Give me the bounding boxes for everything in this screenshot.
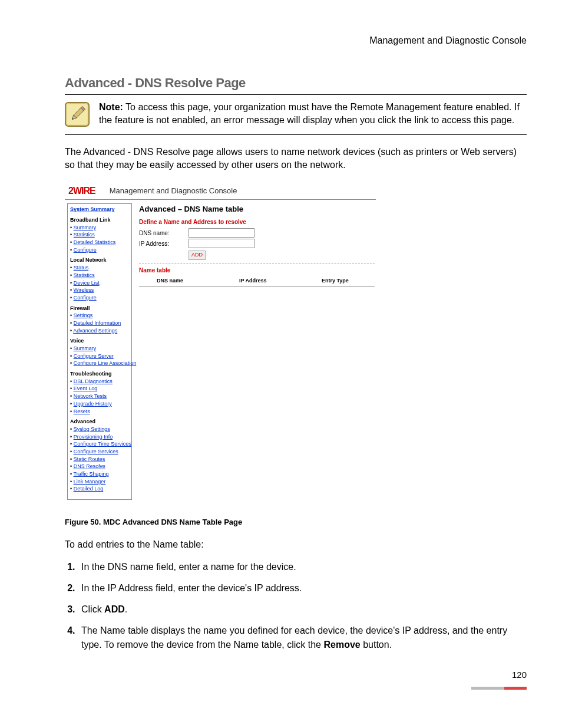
name-table-title: Name table [139, 266, 375, 274]
rule-top [65, 94, 527, 95]
sidebar-item[interactable]: • Wireless [70, 287, 129, 294]
sidebar-item[interactable]: • Advanced Settings [70, 328, 129, 335]
footer-bar-red [504, 687, 527, 690]
logo: 2WIRE [68, 185, 95, 197]
step-item: The Name table displays the name you def… [78, 624, 527, 652]
intro-text: The Advanced - DNS Resolve page allows u… [65, 146, 527, 172]
col-dns-name: DNS name [139, 278, 239, 285]
note-text: Note: To access this page, your organiza… [99, 101, 527, 127]
step-item: In the IP Address field, enter the devic… [78, 581, 527, 595]
console-title: Management and Diagnostic Console [110, 186, 237, 196]
dns-name-input[interactable] [189, 228, 254, 238]
console-top-bar: 2WIRE Management and Diagnostic Console [65, 183, 376, 200]
page-number: 120 [65, 670, 527, 680]
sidebar-item[interactable]: • Detailed Statistics [70, 239, 129, 246]
sidebar-item[interactable]: • Statistics [70, 272, 129, 279]
step-item: In the DNS name field, enter a name for … [78, 560, 527, 574]
table-header: DNS name IP Address Entry Type [139, 276, 375, 286]
add-button[interactable]: ADD [189, 251, 206, 260]
col-ip-address: IP Address [239, 278, 322, 285]
form-section-title: Define a Name and Address to resolve [139, 218, 375, 226]
sidebar-item[interactable]: • Static Routes [70, 456, 129, 463]
note-box: Note: To access this page, your organiza… [65, 98, 527, 133]
steps-list: In the DNS name field, enter a name for … [65, 560, 527, 652]
sidebar-group-title: Firewall [70, 305, 129, 312]
sidebar-item[interactable]: • Detailed Log [70, 486, 129, 493]
sidebar-item[interactable]: • Upgrade History [70, 401, 129, 408]
figure-caption: Figure 50. MDC Advanced DNS Name Table P… [65, 518, 527, 526]
steps-intro: To add entries to the Name table: [65, 538, 527, 551]
sidebar-item[interactable]: • Summary [70, 225, 129, 232]
sidebar-item[interactable]: • Configure Services [70, 449, 129, 456]
sidebar-item[interactable]: • Settings [70, 312, 129, 319]
sidebar-item[interactable]: • Configure Line Association [70, 360, 129, 367]
sidebar-item[interactable]: • Statistics [70, 232, 129, 239]
sidebar-item[interactable]: • Configure Time Services [70, 441, 129, 448]
console-figure: 2WIRE Management and Diagnostic Console … [65, 183, 376, 500]
sidebar-group-title: Broadband Link [70, 217, 129, 224]
pencil-icon [65, 102, 90, 127]
doc-header: Management and Diagnostic Console [65, 35, 527, 46]
sidebar-group-title: Local Network [70, 257, 129, 264]
sidebar-system-summary[interactable]: System Summary [70, 206, 129, 213]
sidebar-item[interactable]: • Event Log [70, 386, 129, 393]
sidebar-item[interactable]: • Traffic Shaping [70, 471, 129, 478]
rule-bottom [65, 134, 527, 135]
dashed-separator [139, 263, 375, 264]
sidebar-item[interactable]: • Resets [70, 409, 129, 416]
sidebar-item[interactable]: • DSL Diagnostics [70, 378, 129, 386]
note-label: Note: [99, 102, 123, 112]
sidebar-group-title: Voice [70, 338, 129, 345]
sidebar-item[interactable]: • Network Tests [70, 393, 129, 400]
sidebar: System Summary Broadband Link• Summary• … [67, 203, 132, 500]
sidebar-item[interactable]: • Link Manager [70, 479, 129, 486]
footer-bar-grey [471, 687, 504, 690]
note-body: To access this page, your organization m… [99, 102, 520, 125]
dns-name-label: DNS name: [139, 229, 189, 237]
panel-heading: Advanced – DNS Name table [139, 205, 375, 215]
sidebar-item[interactable]: • Syslog Settings [70, 426, 129, 433]
sidebar-item[interactable]: • Detailed Information [70, 320, 129, 327]
ip-address-input[interactable] [189, 239, 254, 248]
sidebar-item[interactable]: • Configure [70, 295, 129, 302]
section-title: Advanced - DNS Resolve Page [65, 75, 527, 91]
sidebar-item[interactable]: • Configure [70, 247, 129, 254]
sidebar-group-title: Troubleshooting [70, 371, 129, 378]
footer-bar [65, 687, 527, 690]
step-item: Click ADD. [78, 602, 527, 617]
sidebar-item[interactable]: • Provisioning Info [70, 434, 129, 441]
sidebar-item[interactable]: • Summary [70, 345, 129, 353]
sidebar-item[interactable]: • Device List [70, 280, 129, 287]
sidebar-group-title: Advanced [70, 419, 129, 426]
ip-address-label: IP Address: [139, 240, 189, 248]
col-entry-type: Entry Type [322, 278, 375, 285]
sidebar-item[interactable]: • DNS Resolve [70, 463, 129, 470]
main-panel: Advanced – DNS Name table Define a Name … [132, 200, 381, 500]
sidebar-item[interactable]: • Status [70, 265, 129, 272]
sidebar-item[interactable]: • Configure Server [70, 353, 129, 360]
